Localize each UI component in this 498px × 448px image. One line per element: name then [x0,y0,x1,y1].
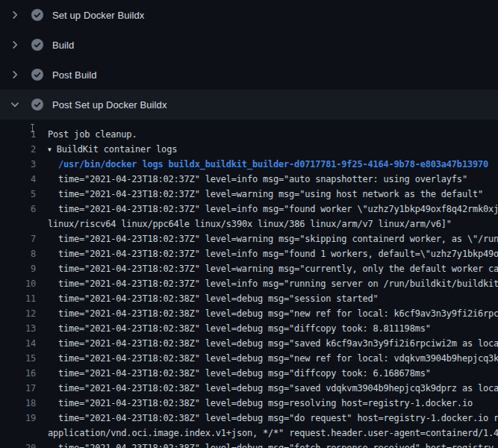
step-header[interactable]: Post Build [0,60,498,90]
line-number[interactable]: 17 [0,381,36,396]
log-line: 19time="2021-04-23T18:02:38Z" level=debu… [0,411,498,426]
line-number[interactable]: 14 [0,336,36,351]
log-line: 2▼BuildKit container logs [0,142,498,157]
step-header[interactable]: Set up Docker Buildx [0,0,498,30]
check-circle-icon [31,39,43,51]
log-text: time="2021-04-23T18:02:38Z" level=debug … [36,396,473,411]
group-caret-icon[interactable]: ▼ [48,143,52,157]
line-number[interactable]: 6 [0,202,36,217]
log-line: 3/usr/bin/docker logs buildx_buildkit_bu… [0,157,498,172]
log-text: time="2021-04-23T18:02:37Z" level=warnin… [36,231,498,246]
log-text: time="2021-04-23T18:02:38Z" level=debug … [36,291,379,306]
log-line: 5time="2021-04-23T18:02:37Z" level=warni… [0,187,498,202]
chevron-down-icon[interactable] [9,99,21,111]
line-number[interactable]: 15 [0,351,36,366]
line-number [0,426,36,441]
log-text: time="2021-04-23T18:02:38Z" level=debug … [36,441,498,448]
step-title: Post Set up Docker Buildx [52,99,167,111]
log-line: 13time="2021-04-23T18:02:38Z" level=debu… [0,321,498,336]
log-line: 14time="2021-04-23T18:02:38Z" level=debu… [0,336,498,351]
log-line: 6time="2021-04-23T18:02:37Z" level=info … [0,202,498,217]
log-text: application/vnd.oci.image.index.v1+json,… [36,426,498,441]
check-circle-icon [31,9,43,21]
log-text: time="2021-04-23T18:02:38Z" level=debug … [36,306,498,321]
log-line: 20time="2021-04-23T18:02:38Z" level=debu… [0,441,498,448]
line-number [0,217,36,231]
log-line: 4time="2021-04-23T18:02:37Z" level=info … [0,172,498,187]
log-text: time="2021-04-23T18:02:38Z" level=debug … [36,411,498,426]
line-number[interactable]: 7 [0,231,36,246]
log-command-text: /usr/bin/docker logs buildx_buildkit_bui… [36,157,488,172]
log-text: time="2021-04-23T18:02:37Z" level=info m… [36,172,467,187]
log-text: time="2021-04-23T18:02:38Z" level=debug … [36,336,498,351]
log-text: time="2021-04-23T18:02:37Z" level=warnin… [36,187,483,202]
line-number[interactable]: 16 [0,366,36,381]
log-line: 15time="2021-04-23T18:02:38Z" level=debu… [0,351,498,366]
line-number[interactable]: 13 [0,321,36,336]
chevron-right-icon[interactable] [9,69,21,81]
log-text: time="2021-04-23T18:02:38Z" level=debug … [36,381,498,396]
log-text: time="2021-04-23T18:02:37Z" level=warnin… [36,261,498,276]
line-number[interactable]: 20 [0,441,36,448]
line-number[interactable]: 5 [0,187,36,202]
log-text: time="2021-04-23T18:02:38Z" level=debug … [36,351,498,366]
line-number[interactable]: 8 [0,246,36,261]
step-header[interactable]: Build [0,30,498,60]
log-text: time="2021-04-23T18:02:37Z" level=info m… [36,246,498,261]
log-text: time="2021-04-23T18:02:37Z" level=info m… [36,202,498,217]
line-number[interactable]: 12 [0,306,36,321]
step-title: Build [52,40,74,51]
log-line: 10time="2021-04-23T18:02:37Z" level=info… [0,276,498,291]
line-number[interactable]: 9 [0,261,36,276]
line-number[interactable]: 2 [0,142,36,157]
log-line: 8time="2021-04-23T18:02:37Z" level=info … [0,246,498,261]
log-line: 17time="2021-04-23T18:02:38Z" level=debu… [0,381,498,396]
check-circle-icon [31,69,43,81]
log-line: 7time="2021-04-23T18:02:37Z" level=warni… [0,231,498,246]
log-line: 11time="2021-04-23T18:02:38Z" level=debu… [0,291,498,306]
step-title: Post Build [52,69,97,81]
steps-list: Set up Docker BuildxBuildPost BuildPost … [0,0,498,119]
text-cursor-icon [30,124,35,132]
log-text: time="2021-04-23T18:02:38Z" level=debug … [36,321,431,336]
line-number[interactable]: 3 [0,157,36,172]
log-line: 12time="2021-04-23T18:02:38Z" level=debu… [0,306,498,321]
step-header[interactable]: Post Set up Docker Buildx [0,90,498,119]
log-text[interactable]: ▼BuildKit container logs [36,142,177,157]
line-number[interactable]: 10 [0,276,36,291]
line-number[interactable]: 4 [0,172,36,187]
log-text: time="2021-04-23T18:02:38Z" level=debug … [36,366,431,381]
group-title[interactable]: BuildKit container logs [57,144,178,155]
step-title: Set up Docker Buildx [52,10,144,21]
line-number[interactable]: 18 [0,396,36,411]
log-text: time="2021-04-23T18:02:37Z" level=info m… [36,276,498,291]
log-line: 18time="2021-04-23T18:02:38Z" level=debu… [0,396,498,411]
log-line-continuation: linux/riscv64 linux/ppc64le linux/s390x … [0,217,498,231]
chevron-right-icon[interactable] [9,9,21,21]
chevron-right-icon[interactable] [9,39,21,51]
line-number[interactable]: 11 [0,291,36,306]
log-line: 16time="2021-04-23T18:02:38Z" level=debu… [0,366,498,381]
log-line: 9time="2021-04-23T18:02:37Z" level=warni… [0,261,498,276]
log-text: linux/riscv64 linux/ppc64le linux/s390x … [36,217,452,231]
log-line-continuation: application/vnd.oci.image.index.v1+json,… [0,426,498,441]
line-number[interactable]: 19 [0,411,36,426]
log-text: Post job cleanup. [36,127,137,142]
log-line: 1Post job cleanup. [0,127,498,142]
log-area: 1Post job cleanup.2▼BuildKit container l… [0,119,498,448]
check-circle-icon [31,99,43,111]
